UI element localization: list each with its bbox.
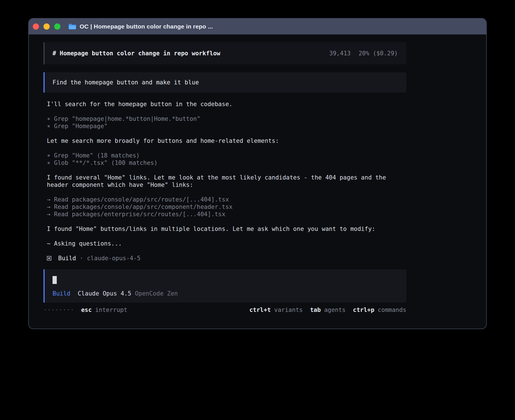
shortcut-agents: tab agents (310, 307, 346, 313)
title-group: OC | Homepage button color change in rep… (68, 23, 213, 30)
terminal-content: # Homepage button color change in repo w… (29, 34, 486, 313)
session-title: # Homepage button color change in repo w… (53, 50, 220, 57)
assistant-message: I found "Home" buttons/links in multiple… (47, 225, 406, 233)
user-message-text: Find the homepage button and make it blu… (53, 79, 199, 86)
input-agent-label[interactable]: Build (53, 290, 70, 297)
shortcut-key: ctrl+p (353, 307, 374, 313)
esc-key-hint: esc (81, 307, 92, 313)
window-title: OC | Homepage button color change in rep… (80, 23, 213, 30)
shortcut-label: agents (324, 307, 346, 313)
status-bar-right: ctrl+t variants tab agents ctrl+p comman… (249, 307, 406, 313)
traffic-lights (33, 23, 60, 30)
zoom-button[interactable] (54, 23, 60, 30)
shortcut-variants: ctrl+t variants (249, 307, 303, 313)
separator-dot: · (80, 255, 83, 262)
input-model-label[interactable]: Claude Opus 4.5 (78, 290, 131, 297)
shortcut-commands: ctrl+p commands (353, 307, 406, 313)
tool-call-read: → Read packages/console/app/src/componen… (47, 203, 406, 211)
agent-name: Build (58, 255, 76, 262)
prompt-input[interactable]: Build Claude Opus 4.5 OpenCode Zen (43, 269, 406, 303)
status-bar-left: ········ esc interrupt (43, 307, 127, 313)
agent-model: claude-opus-4-5 (87, 255, 141, 262)
context-usage: 20% ($0.29) (359, 50, 398, 57)
status-bar: ········ esc interrupt ctrl+t variants t… (43, 307, 406, 313)
input-provider-label: OpenCode Zen (135, 290, 178, 297)
shortcut-key: tab (310, 307, 321, 313)
text-cursor (53, 276, 57, 284)
input-meta-row: Build Claude Opus 4.5 OpenCode Zen (53, 290, 398, 297)
assistant-message: Let me search more broadly for buttons a… (47, 137, 406, 145)
window-titlebar[interactable]: OC | Homepage button color change in rep… (29, 19, 486, 34)
session-header: # Homepage button color change in repo w… (43, 42, 406, 64)
agent-icon (47, 256, 51, 261)
tool-call-read: → Read packages/enterprise/src/routes/[.… (47, 211, 406, 218)
tool-call-grep: ∗ Grep "Homepage" (47, 123, 406, 130)
folder-icon (68, 23, 76, 30)
spinner-dots: ········ (43, 307, 74, 313)
close-button[interactable] (33, 23, 39, 30)
assistant-message: I found several "Home" links. Let me loo… (47, 174, 406, 189)
esc-action-label: interrupt (95, 307, 127, 313)
user-message: Find the homepage button and make it blu… (43, 72, 406, 93)
agent-icon-inner (48, 257, 50, 259)
tool-call-grep: ∗ Grep "Home" (18 matches) (47, 152, 406, 159)
tool-call-glob: ∗ Glob "**/*.tsx" (100 matches) (47, 159, 406, 167)
minimize-button[interactable] (43, 23, 50, 30)
token-count: 39,413 (329, 50, 351, 57)
session-stats: 39,41320% ($0.29) (329, 50, 398, 57)
transcript: I'll search for the homepage button in t… (43, 100, 406, 262)
content-column: # Homepage button color change in repo w… (43, 42, 406, 313)
terminal-window: OC | Homepage button color change in rep… (28, 18, 487, 329)
shortcut-label: commands (378, 307, 406, 313)
assistant-message: I'll search for the homepage button in t… (47, 100, 406, 108)
shortcut-key: ctrl+t (249, 307, 271, 313)
tool-call-grep: ∗ Grep "homepage|home.*button|Home.*butt… (47, 115, 406, 123)
status-message: ~ Asking questions... (47, 240, 406, 247)
agent-status-line: Build · claude-opus-4-5 (47, 255, 406, 262)
tool-call-read: → Read packages/console/app/src/routes/[… (47, 196, 406, 203)
shortcut-label: variants (274, 307, 303, 313)
